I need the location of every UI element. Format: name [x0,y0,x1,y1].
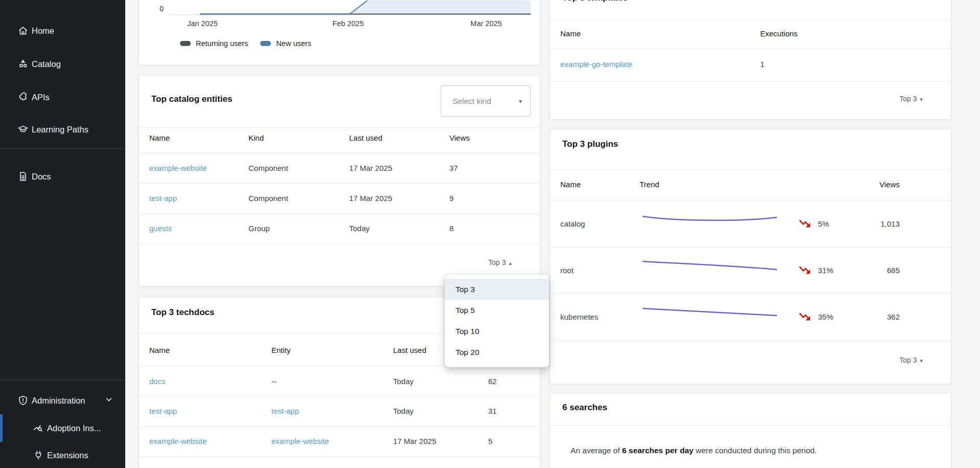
divider [139,243,540,244]
column-header-last-used: Last used [349,133,382,142]
views-value: 37 [449,164,458,172]
sidebar-item-administration[interactable]: Administration [0,388,125,413]
trending-down-icon [799,312,812,323]
divider [550,340,951,341]
new-users-swatch [260,41,271,46]
top-templates-card: Top 3 templates Name Executions example-… [550,0,951,120]
divider [139,426,540,427]
sidebar-item-label: Adoption Ins... [47,424,101,433]
divider [550,294,951,294]
apis-icon [17,91,29,103]
divider [139,127,540,128]
users-area-chart [139,1,541,16]
views-value: 362 [887,313,900,321]
plugin-name: catalog [560,219,585,228]
x-axis-tick: Jan 2025 [187,19,218,28]
column-header-kind: Kind [248,133,264,142]
views-value: 62 [488,377,497,386]
last-used-value: 17 Mar 2025 [349,164,392,172]
sidebar-item-label: APIs [32,93,50,102]
techdoc-link[interactable]: docs [149,377,166,386]
sidebar-item-extensions[interactable]: Extensions [0,443,125,467]
trend-percent: 5% [818,219,829,228]
last-used-value: 17 Mar 2025 [393,437,436,445]
top-catalog-entities-card: Top catalog entities Select kind ▾ Name … [139,75,540,286]
column-header-name: Name [149,346,170,354]
entity-value: -- [271,377,277,386]
sidebar-divider [0,148,125,149]
kind-value: Group [248,224,270,233]
trend-sparkline [642,307,778,317]
divider [550,200,951,200]
sidebar-item-label: Administration [32,396,85,406]
column-header-executions: Executions [760,29,797,38]
legend-label: New users [276,39,311,48]
card-title: Top 3 techdocs [151,307,214,318]
learning-paths-icon [17,123,29,136]
column-header-trend: Trend [640,180,659,189]
divider [550,81,951,82]
trending-down-icon [799,219,812,230]
last-used-value: Today [393,377,414,386]
caret-down-icon: ▾ [920,96,923,102]
select-kind-dropdown[interactable]: Select kind ▾ [441,85,531,117]
caret-down-icon: ▾ [920,358,923,364]
sidebar-item-label: Docs [32,172,51,182]
sidebar-item-learning-paths[interactable]: Learning Paths [0,117,125,142]
menu-item-top-20[interactable]: Top 20 [445,342,549,363]
column-header-last-used: Last used [393,346,426,354]
card-title: 6 searches [562,403,607,413]
kind-value: Component [248,194,288,203]
entity-link[interactable]: guests [149,224,172,233]
divider [550,425,951,426]
sidebar-item-docs[interactable]: Docs [0,164,125,189]
divider [139,152,540,153]
x-axis-tick: Mar 2025 [470,19,502,28]
top-n-select[interactable]: Top 3▾ [899,95,923,103]
sidebar-item-label: Learning Paths [32,125,88,135]
menu-item-top-3[interactable]: Top 3 [445,279,549,300]
select-kind-placeholder: Select kind [452,97,491,106]
top-n-select[interactable]: Top 3▴ [488,258,512,266]
plugin-name: root [560,266,574,275]
trend-percent: 35% [818,313,833,321]
trend-sparkline [642,260,778,271]
entity-link[interactable]: example-website [271,437,329,445]
card-title: Top catalog entities [151,94,232,104]
caret-up-icon: ▴ [509,260,512,266]
entity-link[interactable]: example-website [149,164,207,172]
catalog-icon [17,58,29,70]
trend-sparkline [642,214,778,224]
last-used-value: Today [349,224,370,233]
menu-item-top-10[interactable]: Top 10 [445,321,549,342]
top-n-menu: Top 3 Top 5 Top 10 Top 20 [445,275,549,367]
chart-legend: Returning users New users [180,39,311,48]
entity-link[interactable]: test-app [149,194,177,203]
last-used-value: 17 Mar 2025 [349,194,392,203]
divider [550,247,951,248]
template-link[interactable]: example-go-template [560,60,632,69]
views-value: 9 [449,194,453,203]
divider [139,183,540,184]
column-header-views: Views [879,180,900,189]
techdoc-link[interactable]: test-app [149,407,177,415]
card-title: Top 3 plugins [562,139,618,149]
techdoc-link[interactable]: example-website [149,437,207,445]
x-axis-tick: Feb 2025 [332,19,363,28]
views-value: 8 [449,224,453,233]
views-value: 5 [488,437,492,445]
divider [139,213,540,214]
menu-item-top-5[interactable]: Top 5 [445,300,549,321]
sidebar-item-apis[interactable]: APIs [0,85,125,109]
entity-link[interactable]: test-app [271,407,299,415]
active-users-chart-card: 0 Jan 2025 Feb 2025 Mar 2025 Returning u… [139,0,540,65]
sidebar-item-catalog[interactable]: Catalog [0,52,125,76]
sidebar-item-label: Catalog [32,59,61,69]
last-used-value: Today [393,407,414,415]
top-n-select[interactable]: Top 3▾ [899,356,923,364]
sidebar-item-adoption-insights[interactable]: Adoption Ins... [0,416,125,440]
chevron-down-icon[interactable] [105,395,113,406]
column-header-entity: Entity [271,346,291,354]
docs-icon [17,170,29,183]
sidebar-item-home[interactable]: Home [0,18,125,43]
